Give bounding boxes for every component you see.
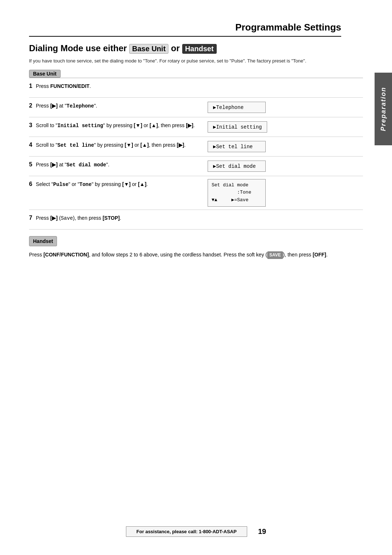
step-7-screen bbox=[203, 210, 363, 229]
page-number: 19 bbox=[258, 527, 266, 536]
set-dial-mode-screen: ▶Set dial mode bbox=[208, 161, 266, 172]
section-heading: Dialing Mode use either Base Unit or Han… bbox=[29, 43, 363, 54]
step-1-text: 1 Press FUNCTION/EDIT. bbox=[29, 78, 203, 97]
step-2-screen: ▶Telephone bbox=[203, 98, 363, 117]
steps-section: 1 Press FUNCTION/EDIT. 2 Press [▶] at "T… bbox=[29, 78, 363, 230]
step-5-row: 5 Press [▶] at "Set dial mode". ▶Set dia… bbox=[29, 157, 363, 176]
handset-label-box: Handset bbox=[29, 236, 57, 246]
handset-badge: Handset bbox=[182, 44, 217, 54]
step-3-text: 3 Scroll to "Initial setting" by pressin… bbox=[29, 117, 203, 137]
side-tab: Preparation bbox=[375, 73, 392, 145]
tone-screen-multi: Set dial mode :Tone ▼▲ ▶=Save bbox=[208, 179, 266, 207]
assistance-text: For assistance, please call: 1-800-ADT-A… bbox=[136, 529, 237, 534]
step-4-screen: ▶Set tel line bbox=[203, 137, 363, 156]
handset-section: Handset Press [CONF/FUNCTION], and follo… bbox=[29, 236, 363, 259]
step-4-row: 4 Scroll to "Set tel line" by pressing [… bbox=[29, 137, 363, 157]
save-badge: SAVE bbox=[267, 251, 283, 259]
or-text: or bbox=[171, 43, 182, 53]
telephone-screen: ▶Telephone bbox=[208, 102, 266, 113]
intro-text: If you have touch tone service, set the … bbox=[29, 57, 363, 65]
step-6-text: 6 Select "Pulse" or "Tone" by pressing [… bbox=[29, 176, 203, 210]
step-6-row: 6 Select "Pulse" or "Tone" by pressing [… bbox=[29, 176, 363, 210]
dialing-mode-text: Dialing Mode use either bbox=[29, 43, 129, 53]
handset-instructions: Press [CONF/FUNCTION], and follow steps … bbox=[29, 251, 363, 259]
initial-setting-screen: ▶Initial setting bbox=[208, 121, 267, 133]
step-7-text: 7 Press [▶] (Save), then press [STOP]. bbox=[29, 210, 203, 229]
step-1-screen bbox=[203, 78, 363, 97]
step-3-row: 3 Scroll to "Initial setting" by pressin… bbox=[29, 117, 363, 137]
step-2-text: 2 Press [▶] at "Telephone". bbox=[29, 98, 203, 117]
set-tel-line-screen: ▶Set tel line bbox=[208, 141, 266, 152]
step-2-row: 2 Press [▶] at "Telephone". ▶Telephone bbox=[29, 98, 363, 117]
page-title: Programmable Settings bbox=[29, 22, 341, 37]
assistance-box: For assistance, please call: 1-800-ADT-A… bbox=[126, 526, 247, 537]
side-tab-label: Preparation bbox=[380, 87, 387, 131]
step-4-text: 4 Scroll to "Set tel line" by pressing [… bbox=[29, 137, 203, 156]
base-unit-badge: Base Unit bbox=[129, 44, 168, 54]
step-5-text: 5 Press [▶] at "Set dial mode". bbox=[29, 157, 203, 176]
step-7-row: 7 Press [▶] (Save), then press [STOP]. bbox=[29, 210, 363, 230]
step-1-row: 1 Press FUNCTION/EDIT. bbox=[29, 78, 363, 98]
page: Preparation Programmable Settings Dialin… bbox=[0, 0, 392, 555]
step-3-screen: ▶Initial setting bbox=[203, 117, 363, 137]
footer: For assistance, please call: 1-800-ADT-A… bbox=[0, 526, 392, 537]
step-5-screen: ▶Set dial mode bbox=[203, 157, 363, 176]
base-unit-label-box: Base Unit bbox=[29, 70, 61, 78]
step-6-screen: Set dial mode :Tone ▼▲ ▶=Save bbox=[203, 176, 363, 210]
